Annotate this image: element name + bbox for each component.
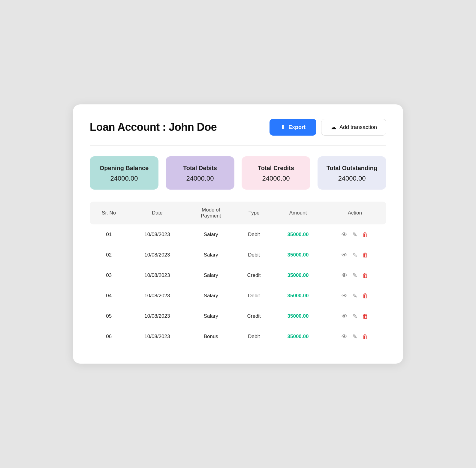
table-header-row: Sr. No Date Mode ofPayment Type Amount A… xyxy=(90,202,386,224)
delete-button[interactable]: 🗑 xyxy=(362,313,369,320)
delete-button[interactable]: 🗑 xyxy=(362,231,369,238)
cell-type: Credit xyxy=(235,265,273,286)
add-transaction-icon: ☁ xyxy=(330,124,336,131)
cell-srno: 04 xyxy=(90,286,128,306)
delete-button[interactable]: 🗑 xyxy=(362,272,369,279)
cell-mode: Salary xyxy=(186,265,235,286)
cell-date: 10/08/2023 xyxy=(128,224,186,245)
cell-mode: Salary xyxy=(186,245,235,265)
summary-label-total-credits: Total Credits xyxy=(258,165,294,172)
summary-label-total-debits: Total Debits xyxy=(183,165,217,172)
summary-label-opening-balance: Opening Balance xyxy=(100,165,149,172)
summary-card-opening-balance: Opening Balance24000.00 xyxy=(90,156,158,190)
edit-button[interactable]: ✎ xyxy=(352,333,358,340)
delete-button[interactable]: 🗑 xyxy=(362,333,369,340)
cell-srno: 06 xyxy=(90,326,128,347)
delete-button[interactable]: 🗑 xyxy=(362,251,369,259)
col-type: Type xyxy=(235,202,273,224)
main-card: Loan Account : John Doe ⬆ Export ☁ Add t… xyxy=(73,104,403,364)
view-button[interactable]: 👁 xyxy=(341,333,348,340)
cell-action: 👁✎🗑 xyxy=(324,326,386,347)
table-row: 0610/08/2023BonusDebit35000.00👁✎🗑 xyxy=(90,326,386,347)
col-amount: Amount xyxy=(273,202,324,224)
page-title: Loan Account : John Doe xyxy=(90,121,217,134)
cell-mode: Bonus xyxy=(186,326,235,347)
cell-date: 10/08/2023 xyxy=(128,306,186,326)
cell-type: Debit xyxy=(235,224,273,245)
table-body: 0110/08/2023SalaryDebit35000.00👁✎🗑0210/0… xyxy=(90,224,386,347)
action-icons: 👁✎🗑 xyxy=(327,292,383,299)
summary-cards: Opening Balance24000.00Total Debits24000… xyxy=(90,156,386,190)
cell-action: 👁✎🗑 xyxy=(324,306,386,326)
edit-button[interactable]: ✎ xyxy=(352,251,358,259)
view-button[interactable]: 👁 xyxy=(341,292,348,299)
table-row: 0310/08/2023SalaryCredit35000.00👁✎🗑 xyxy=(90,265,386,286)
delete-button[interactable]: 🗑 xyxy=(362,292,369,299)
edit-button[interactable]: ✎ xyxy=(352,231,358,238)
summary-label-total-outstanding: Total Outstanding xyxy=(327,165,378,172)
add-transaction-label: Add transaction xyxy=(339,124,377,130)
table-row: 0410/08/2023SalaryDebit35000.00👁✎🗑 xyxy=(90,286,386,306)
col-srno: Sr. No xyxy=(90,202,128,224)
cell-srno: 01 xyxy=(90,224,128,245)
cell-action: 👁✎🗑 xyxy=(324,245,386,265)
action-icons: 👁✎🗑 xyxy=(327,231,383,238)
cell-type: Debit xyxy=(235,326,273,347)
col-date: Date xyxy=(128,202,186,224)
export-icon: ⬆ xyxy=(280,124,285,131)
cell-srno: 02 xyxy=(90,245,128,265)
header-divider xyxy=(90,145,386,146)
edit-button[interactable]: ✎ xyxy=(352,292,358,299)
transactions-table: Sr. No Date Mode ofPayment Type Amount A… xyxy=(90,202,386,347)
cell-action: 👁✎🗑 xyxy=(324,224,386,245)
cell-action: 👁✎🗑 xyxy=(324,265,386,286)
table-row: 0210/08/2023SalaryDebit35000.00👁✎🗑 xyxy=(90,245,386,265)
cell-date: 10/08/2023 xyxy=(128,286,186,306)
cell-srno: 03 xyxy=(90,265,128,286)
summary-card-total-credits: Total Credits24000.00 xyxy=(242,156,310,190)
header-actions: ⬆ Export ☁ Add transaction xyxy=(270,119,386,136)
summary-value-total-outstanding: 24000.00 xyxy=(338,175,366,182)
cell-date: 10/08/2023 xyxy=(128,265,186,286)
add-transaction-button[interactable]: ☁ Add transaction xyxy=(321,119,386,136)
cell-type: Credit xyxy=(235,306,273,326)
action-icons: 👁✎🗑 xyxy=(327,313,383,320)
cell-srno: 05 xyxy=(90,306,128,326)
cell-amount: 35000.00 xyxy=(273,286,324,306)
view-button[interactable]: 👁 xyxy=(341,313,348,320)
cell-mode: Salary xyxy=(186,224,235,245)
cell-date: 10/08/2023 xyxy=(128,326,186,347)
cell-action: 👁✎🗑 xyxy=(324,286,386,306)
table-wrap: Sr. No Date Mode ofPayment Type Amount A… xyxy=(90,202,386,347)
cell-amount: 35000.00 xyxy=(273,265,324,286)
view-button[interactable]: 👁 xyxy=(341,251,348,259)
view-button[interactable]: 👁 xyxy=(341,272,348,279)
summary-card-total-debits: Total Debits24000.00 xyxy=(166,156,234,190)
action-icons: 👁✎🗑 xyxy=(327,272,383,279)
summary-value-total-credits: 24000.00 xyxy=(262,175,290,182)
cell-amount: 35000.00 xyxy=(273,245,324,265)
cell-type: Debit xyxy=(235,286,273,306)
cell-mode: Salary xyxy=(186,286,235,306)
edit-button[interactable]: ✎ xyxy=(352,272,358,279)
cell-type: Debit xyxy=(235,245,273,265)
view-button[interactable]: 👁 xyxy=(341,231,348,238)
cell-mode: Salary xyxy=(186,306,235,326)
col-action: Action xyxy=(324,202,386,224)
edit-button[interactable]: ✎ xyxy=(352,313,358,320)
summary-card-total-outstanding: Total Outstanding24000.00 xyxy=(318,156,386,190)
summary-value-opening-balance: 24000.00 xyxy=(110,175,138,182)
export-label: Export xyxy=(288,124,306,130)
action-icons: 👁✎🗑 xyxy=(327,251,383,259)
export-button[interactable]: ⬆ Export xyxy=(270,119,316,136)
col-mode: Mode ofPayment xyxy=(186,202,235,224)
cell-amount: 35000.00 xyxy=(273,224,324,245)
summary-value-total-debits: 24000.00 xyxy=(186,175,214,182)
action-icons: 👁✎🗑 xyxy=(327,333,383,340)
table-row: 0510/08/2023SalaryCredit35000.00👁✎🗑 xyxy=(90,306,386,326)
cell-amount: 35000.00 xyxy=(273,326,324,347)
table-row: 0110/08/2023SalaryDebit35000.00👁✎🗑 xyxy=(90,224,386,245)
cell-amount: 35000.00 xyxy=(273,306,324,326)
header: Loan Account : John Doe ⬆ Export ☁ Add t… xyxy=(90,119,386,136)
cell-date: 10/08/2023 xyxy=(128,245,186,265)
